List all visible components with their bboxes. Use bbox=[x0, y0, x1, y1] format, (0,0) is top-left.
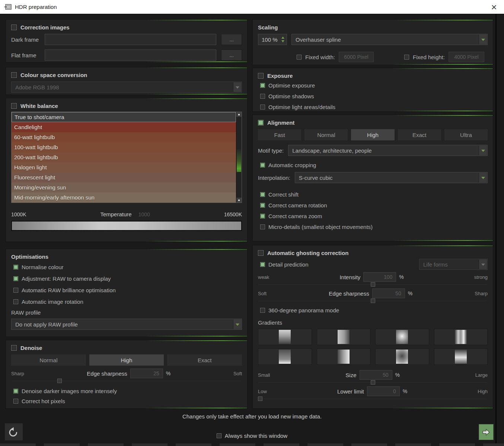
proceed-button[interactable] bbox=[479, 424, 494, 440]
list-item[interactable]: 60-watt lightbulb bbox=[12, 132, 236, 142]
gradient-swatch-left-light[interactable] bbox=[317, 329, 371, 345]
checkbox[interactable] bbox=[13, 389, 18, 394]
list-item[interactable]: Morning/evening sun bbox=[12, 182, 236, 192]
check-panorama-mode[interactable]: 360-degree panorama mode bbox=[260, 307, 488, 313]
temperature-slider[interactable] bbox=[11, 221, 242, 231]
raw-profile-dropdown[interactable]: Do not apply RAW profile bbox=[11, 319, 242, 330]
check-detail-prediction[interactable]: Detail prediction bbox=[260, 261, 309, 268]
slider-value[interactable]: 0 bbox=[367, 386, 400, 396]
exposure-checkbox[interactable] bbox=[258, 73, 264, 79]
checkbox[interactable] bbox=[260, 83, 265, 88]
colour-space-dropdown[interactable]: Adobe RGB 1998 bbox=[11, 82, 242, 93]
list-item[interactable]: Fluorescent light bbox=[12, 172, 236, 182]
gradient-swatch-vertical-stripes[interactable] bbox=[434, 329, 488, 345]
checkbox[interactable] bbox=[260, 224, 265, 229]
motif-type-dropdown[interactable]: Landscape, architecture, people bbox=[288, 145, 488, 156]
gradient-swatch-top-light[interactable] bbox=[258, 329, 312, 345]
fixed-height-checkbox[interactable] bbox=[404, 55, 409, 60]
gradient-swatch-edges-light[interactable] bbox=[375, 348, 429, 365]
life-forms-dropdown[interactable]: Life forms bbox=[419, 259, 488, 270]
spinner-arrows-icon[interactable] bbox=[280, 35, 286, 44]
check-image-rotation[interactable]: Automatic image rotation bbox=[13, 299, 242, 305]
slider-value[interactable]: 25 bbox=[130, 369, 163, 378]
gradient-swatch-bottom-light[interactable] bbox=[258, 348, 312, 365]
list-item[interactable]: Mid-morning/early afternoon sun bbox=[12, 192, 236, 203]
list-item[interactable]: Halogen light bbox=[12, 162, 236, 172]
check-micro-details[interactable]: Micro-details (smallest object movements… bbox=[260, 224, 488, 230]
scrollbar-thumb[interactable] bbox=[237, 149, 241, 172]
slider-value[interactable]: 100 bbox=[363, 272, 396, 282]
fixed-width-input[interactable]: 6000 Pixel bbox=[339, 52, 374, 62]
flat-frame-browse-button[interactable]: ... bbox=[221, 50, 242, 61]
checkbox[interactable] bbox=[260, 163, 265, 168]
slider-value[interactable]: 50 bbox=[360, 370, 392, 380]
denoise-checkbox[interactable] bbox=[11, 345, 17, 351]
alignment-mode-ultra[interactable]: Ultra bbox=[444, 129, 488, 140]
denoise-mode-exact[interactable]: Exact bbox=[167, 354, 242, 366]
scrollbar[interactable] bbox=[236, 112, 242, 203]
slider-handle[interactable] bbox=[371, 282, 375, 287]
alignment-mode-exact[interactable]: Exact bbox=[398, 129, 441, 140]
check-automatic-cropping[interactable]: Automatic cropping bbox=[260, 162, 488, 168]
slider-handle[interactable] bbox=[57, 379, 62, 383]
checkbox[interactable] bbox=[13, 265, 18, 270]
scroll-down-icon[interactable] bbox=[236, 198, 242, 203]
denoise-mode-normal[interactable]: Normal bbox=[11, 354, 86, 366]
checkbox[interactable] bbox=[13, 276, 18, 281]
dark-frame-input[interactable] bbox=[45, 34, 216, 45]
section-correction-images: Correction images Dark frame ... Flat fr… bbox=[6, 19, 248, 63]
fixed-width-checkbox[interactable] bbox=[297, 55, 302, 60]
gradient-swatch-horizontal-band[interactable] bbox=[434, 348, 488, 365]
flat-frame-input[interactable] bbox=[45, 50, 216, 61]
close-icon[interactable]: × bbox=[488, 1, 500, 13]
scaling-method-dropdown[interactable]: Overhauser spline bbox=[291, 34, 488, 45]
list-item[interactable]: Candlelight bbox=[12, 122, 236, 132]
checkbox[interactable] bbox=[260, 203, 265, 208]
check-optimise-shadows[interactable]: Optimise shadows bbox=[260, 93, 488, 99]
check-raw-brilliance[interactable]: Automatic RAW brilliance optimisation bbox=[13, 287, 242, 293]
check-raw-to-camera[interactable]: Adjustment: RAW to camera display bbox=[13, 275, 242, 282]
white-balance-checkbox[interactable] bbox=[11, 103, 17, 109]
alignment-checkbox[interactable] bbox=[258, 120, 264, 125]
checkbox[interactable] bbox=[13, 399, 18, 404]
alignment-mode-high[interactable]: High bbox=[351, 129, 394, 140]
checkbox[interactable] bbox=[260, 262, 265, 267]
always-show-row[interactable]: Always show this window bbox=[0, 433, 504, 439]
gradient-swatch-right-light[interactable] bbox=[317, 348, 371, 365]
interpolation-dropdown[interactable]: S-curve cubic bbox=[295, 172, 488, 183]
checkbox[interactable] bbox=[260, 105, 265, 109]
slider-value[interactable]: 50 bbox=[372, 289, 405, 298]
list-item[interactable]: True to shot/camera bbox=[12, 112, 236, 122]
alignment-mode-normal[interactable]: Normal bbox=[304, 129, 348, 140]
checkbox[interactable] bbox=[13, 299, 18, 304]
checkbox[interactable] bbox=[260, 94, 265, 99]
check-correct-camera-zoom[interactable]: Correct camera zoom bbox=[260, 213, 488, 219]
always-show-checkbox[interactable] bbox=[217, 433, 221, 438]
check-hot-pixels[interactable]: Correct hot pixels bbox=[13, 398, 242, 404]
list-item[interactable]: 200-watt lightbulb bbox=[12, 152, 236, 162]
alignment-mode-fast[interactable]: Fast bbox=[258, 129, 301, 140]
correction-images-checkbox[interactable] bbox=[11, 25, 17, 30]
checkbox[interactable] bbox=[260, 308, 265, 313]
scroll-up-icon[interactable] bbox=[236, 112, 242, 117]
slider-handle[interactable] bbox=[258, 396, 262, 401]
check-correct-shift[interactable]: Correct shift bbox=[260, 191, 488, 198]
list-item[interactable]: 100-watt lightbulb bbox=[12, 142, 236, 152]
checkbox[interactable] bbox=[13, 288, 18, 293]
slider-handle[interactable] bbox=[371, 380, 375, 385]
dark-frame-browse-button[interactable]: ... bbox=[221, 34, 242, 45]
checkbox[interactable] bbox=[260, 214, 265, 219]
checkbox[interactable] bbox=[260, 192, 265, 197]
check-denoise-darker[interactable]: Denoise darker images more intensely bbox=[13, 388, 242, 394]
ghosting-checkbox[interactable] bbox=[258, 250, 264, 256]
scaling-percent-spinner[interactable]: 100 % bbox=[258, 34, 287, 45]
denoise-mode-high[interactable]: High bbox=[89, 354, 164, 366]
check-normalise-colour[interactable]: Normalise colour bbox=[13, 264, 242, 270]
fixed-height-input[interactable]: 4000 Pixel bbox=[449, 52, 484, 62]
check-optimise-exposure[interactable]: Optimise exposure bbox=[260, 82, 488, 89]
colour-space-checkbox[interactable] bbox=[11, 72, 17, 78]
check-correct-camera-rotation[interactable]: Correct camera rotation bbox=[260, 202, 488, 208]
slider-handle[interactable] bbox=[371, 299, 375, 303]
gradient-swatch-center-light[interactable] bbox=[375, 329, 429, 345]
check-optimise-light-areas[interactable]: Optimise light areas/details bbox=[260, 104, 488, 110]
